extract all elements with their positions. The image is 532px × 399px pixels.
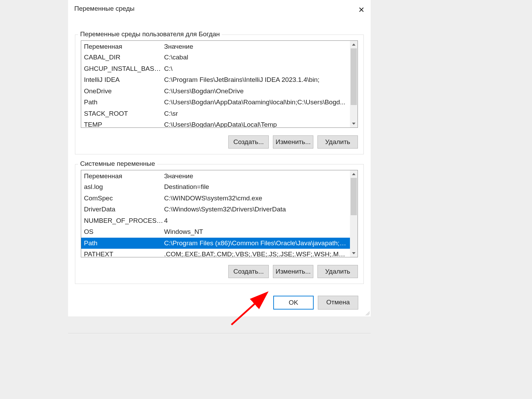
var-value: C:\Users\Bogdan\AppData\Local\Temp [164, 120, 347, 127]
system-vars-group: Системные переменные Переменная Значение… [75, 164, 364, 284]
var-value: C:\cabal [164, 53, 347, 63]
table-row[interactable]: IntelliJ IDEAC:\Program Files\JetBrains\… [81, 74, 350, 86]
user-new-button[interactable]: Создать... [228, 135, 269, 149]
var-name: PATHEXT [84, 249, 164, 257]
ok-button[interactable]: OK [273, 296, 314, 310]
user-vars-listview[interactable]: Переменная Значение CABAL_DIRC:\cabalGHC… [81, 40, 358, 128]
var-name: DriverData [84, 205, 164, 215]
var-value: .COM;.EXE;.BAT;.CMD;.VBS;.VBE;.JS;.JSE;.… [164, 249, 347, 257]
var-name: GHCUP_INSTALL_BASE_PR... [84, 64, 164, 74]
table-row[interactable]: PathC:\Program Files (x86)\Common Files\… [81, 238, 350, 249]
table-row[interactable]: DriverDataC:\Windows\System32\Drivers\Dr… [81, 204, 350, 215]
system-new-button[interactable]: Создать... [228, 265, 269, 278]
table-row[interactable]: asl.logDestination=file [81, 181, 350, 193]
user-delete-button[interactable]: Удалить [317, 135, 358, 149]
column-value-header[interactable]: Значение [164, 172, 347, 180]
table-row[interactable]: GHCUP_INSTALL_BASE_PR...C:\ [81, 63, 350, 75]
scrollbar[interactable] [350, 170, 358, 257]
column-value-header[interactable]: Значение [164, 43, 347, 50]
var-name: IntelliJ IDEA [84, 75, 164, 85]
var-value: Windows_NT [164, 227, 347, 237]
dialog-footer: OK Отмена [68, 296, 358, 310]
scroll-track[interactable] [350, 48, 358, 120]
scroll-up-icon[interactable] [350, 170, 358, 178]
user-vars-legend: Переменные среды пользователя для Богдан [78, 30, 222, 38]
resize-grip-icon[interactable] [364, 310, 370, 315]
var-value: C:\Program Files (x86)\Common Files\Orac… [164, 238, 347, 248]
var-name: OS [84, 227, 164, 237]
user-vars-group: Переменные среды пользователя для Богдан… [75, 35, 364, 154]
divider [68, 333, 371, 333]
table-row[interactable]: TEMPC:\Users\Bogdan\AppData\Local\Temp [81, 119, 350, 127]
scroll-down-icon[interactable] [350, 249, 358, 257]
var-value: C:\Users\Bogdan\OneDrive [164, 86, 347, 96]
var-value: C:\Windows\System32\Drivers\DriverData [164, 205, 347, 215]
var-value: C:\WINDOWS\system32\cmd.exe [164, 193, 347, 203]
column-name-header[interactable]: Переменная [84, 43, 164, 50]
var-value: C:\Users\Bogdan\AppData\Roaming\local\bi… [164, 97, 347, 107]
title-bar: Переменные среды ✕ [68, 0, 371, 15]
var-value: 4 [164, 216, 347, 226]
scroll-track[interactable] [350, 178, 358, 249]
var-name: Path [84, 97, 164, 107]
table-row[interactable]: OSWindows_NT [81, 226, 350, 238]
system-vars-legend: Системные переменные [78, 160, 157, 168]
system-delete-button[interactable]: Удалить [317, 265, 358, 278]
var-name: ComSpec [84, 193, 164, 203]
var-value: C:\Program Files\JetBrains\IntelliJ IDEA… [164, 75, 347, 85]
table-row[interactable]: NUMBER_OF_PROCESSORS4 [81, 215, 350, 227]
var-name: asl.log [84, 182, 164, 192]
list-header: Переменная Значение [81, 41, 350, 52]
close-icon[interactable]: ✕ [357, 5, 366, 15]
var-name: TEMP [84, 120, 164, 127]
var-name: NUMBER_OF_PROCESSORS [84, 216, 164, 226]
var-value: C:\sr [164, 109, 347, 119]
table-row[interactable]: CABAL_DIRC:\cabal [81, 52, 350, 63]
var-name: CABAL_DIR [84, 53, 164, 63]
system-buttons-row: Создать... Изменить... Удалить [81, 265, 358, 278]
table-row[interactable]: PATHEXT.COM;.EXE;.BAT;.CMD;.VBS;.VBE;.JS… [81, 249, 350, 257]
var-name: OneDrive [84, 86, 164, 96]
scroll-up-icon[interactable] [350, 41, 358, 48]
user-buttons-row: Создать... Изменить... Удалить [81, 135, 358, 149]
scrollbar[interactable] [350, 41, 358, 127]
table-row[interactable]: ComSpecC:\WINDOWS\system32\cmd.exe [81, 193, 350, 204]
table-row[interactable]: OneDriveC:\Users\Bogdan\OneDrive [81, 86, 350, 97]
dialog-title: Переменные среды [74, 5, 134, 12]
cancel-button[interactable]: Отмена [318, 296, 358, 310]
var-value: Destination=file [164, 182, 347, 192]
scroll-thumb[interactable] [351, 178, 357, 215]
column-name-header[interactable]: Переменная [84, 172, 164, 180]
env-vars-dialog: Переменные среды ✕ Переменные среды поль… [68, 0, 371, 316]
list-header: Переменная Значение [81, 170, 350, 181]
scroll-down-icon[interactable] [350, 120, 358, 127]
table-row[interactable]: STACK_ROOTC:\sr [81, 108, 350, 120]
scroll-thumb[interactable] [351, 48, 357, 105]
system-vars-listview[interactable]: Переменная Значение asl.logDestination=f… [81, 170, 358, 257]
var-name: Path [84, 238, 164, 248]
table-row[interactable]: PathC:\Users\Bogdan\AppData\Roaming\loca… [81, 97, 350, 108]
user-edit-button[interactable]: Изменить... [273, 135, 313, 149]
system-edit-button[interactable]: Изменить... [273, 265, 313, 278]
var-name: STACK_ROOT [84, 109, 164, 119]
var-value: C:\ [164, 64, 347, 74]
